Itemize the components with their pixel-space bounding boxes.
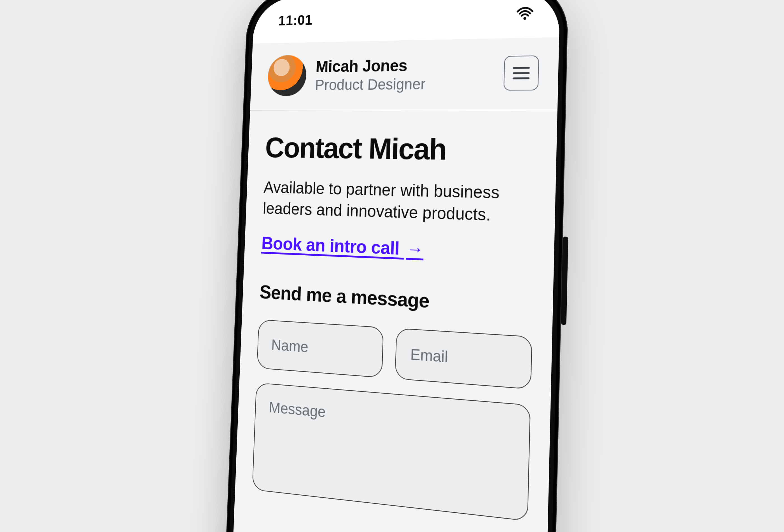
status-time: 11:01 (278, 12, 312, 29)
profile-header: Micah Jones Product Designer (250, 37, 559, 110)
arrow-right-icon: → (406, 238, 424, 259)
menu-button[interactable] (503, 55, 539, 91)
book-intro-call-link[interactable]: Book an intro call → (261, 233, 424, 260)
message-placeholder: Message (269, 398, 326, 421)
power-button (561, 236, 568, 325)
identity-block: Micah Jones Product Designer (315, 54, 494, 93)
form-heading: Send me a message (259, 281, 533, 318)
email-field[interactable]: Email (395, 328, 532, 390)
message-field[interactable]: Message (252, 382, 531, 521)
profile-name: Micah Jones (315, 54, 494, 76)
hamburger-icon (512, 65, 530, 81)
page-description: Available to partner with business leade… (262, 177, 535, 227)
name-field[interactable]: Name (257, 319, 384, 378)
page-title: Contact Micah (264, 131, 537, 168)
svg-line-0 (514, 68, 529, 68)
name-placeholder: Name (271, 336, 309, 356)
email-placeholder: Email (410, 345, 448, 366)
wifi-icon (516, 7, 534, 21)
status-bar: 11:01 (253, 0, 560, 44)
intro-link-text: Book an intro call (261, 233, 400, 258)
avatar (267, 55, 307, 96)
form-row: Name Email (257, 319, 532, 389)
screen: 11:01 Micah Jones Product D (229, 0, 560, 532)
phone-frame: 11:01 Micah Jones Product D (221, 0, 569, 532)
profile-role: Product Designer (315, 75, 494, 93)
main-content: Contact Micah Available to partner with … (235, 110, 558, 524)
